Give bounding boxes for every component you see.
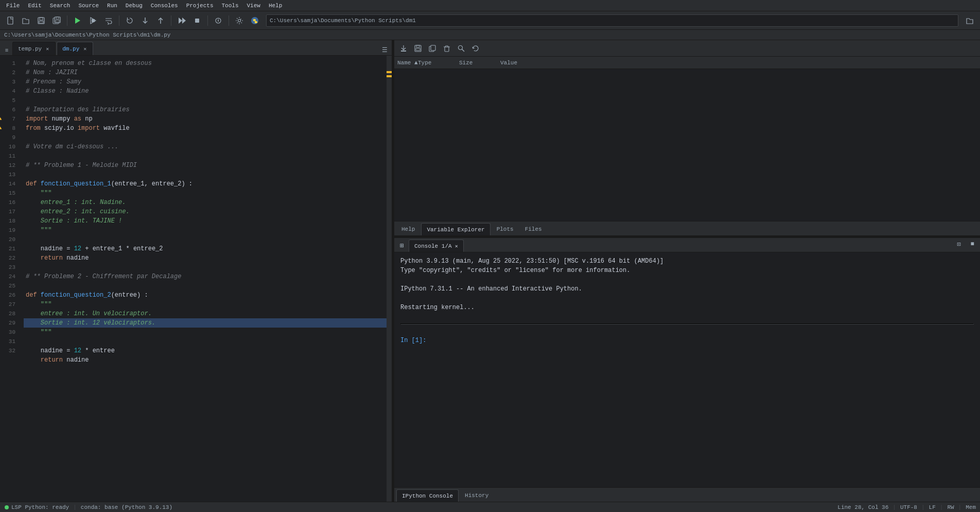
tab-dm-py[interactable]: dm.py ✕ [57, 42, 93, 55]
line-num-10: 10 [0, 142, 20, 151]
menu-view[interactable]: View [243, 2, 265, 10]
console-panel-toggle[interactable]: ⊞ [396, 240, 408, 252]
console-tabs: ⊞ Console 1/A ✕ ⊡ ■ [394, 238, 980, 252]
var-search-button[interactable] [455, 42, 467, 55]
var-tab-plots[interactable]: Plots [492, 223, 519, 235]
console-tab-history[interactable]: History [460, 489, 494, 502]
path-bar[interactable]: C:\Users\samja\Documents\Python Scripts\… [266, 14, 958, 27]
var-col-size-header[interactable]: Size [459, 60, 500, 66]
menu-debug[interactable]: Debug [121, 2, 147, 10]
editor-panel-toggle[interactable]: ≡ [2, 46, 11, 55]
code-line-20 [24, 235, 387, 244]
line-num-18: 18 [0, 216, 20, 226]
svg-line-28 [462, 49, 465, 52]
menu-search[interactable]: Search [46, 2, 75, 10]
code-line-15: """ [24, 189, 387, 198]
svg-rect-25 [431, 45, 435, 50]
tab-close-dm-py[interactable]: ✕ [82, 45, 87, 53]
console-line-prompt: In [1]: [400, 336, 974, 345]
menu-edit[interactable]: Edit [24, 2, 45, 10]
menu-file[interactable]: File [2, 2, 24, 10]
save-button[interactable] [34, 13, 48, 28]
console-line-8 [400, 327, 974, 336]
line-num-4: 4 [0, 87, 20, 96]
var-table-header: Name ▲ Type Size Value [394, 57, 980, 69]
tab-options-button[interactable]: ☰ [379, 45, 390, 55]
menu-consoles[interactable]: Consoles [147, 2, 182, 10]
line-num-32: 32 [0, 346, 20, 355]
console-separator [400, 323, 974, 325]
tab-close-temp-py[interactable]: ✕ [45, 45, 50, 53]
new-file-button[interactable] [3, 13, 18, 28]
code-line-10: # Votre dm ci-dessous ... [24, 142, 387, 151]
console-line-2: Type "copyright", "credits" or "license"… [400, 266, 974, 275]
continue-button[interactable] [174, 13, 189, 28]
run-button[interactable] [71, 13, 85, 28]
code-line-26: def fonction_question_2(entree) : [24, 291, 387, 300]
var-tab-files[interactable]: Files [520, 223, 547, 235]
folder-browse-button[interactable] [962, 13, 977, 28]
menu-projects[interactable]: Projects [182, 2, 218, 10]
tab-label-dm-py: dm.py [62, 46, 79, 52]
save-all-button[interactable] [49, 13, 64, 28]
var-save-button[interactable] [412, 42, 424, 55]
console-tab-label: Console 1/A [414, 243, 452, 249]
wrap-button[interactable] [101, 13, 116, 28]
code-line-5 [24, 96, 387, 105]
line-num-11: 11 [0, 151, 20, 161]
var-delete-button[interactable] [441, 42, 453, 55]
menu-source[interactable]: Source [74, 2, 103, 10]
var-table-body [394, 69, 980, 221]
console-interrupt-button[interactable]: ■ [967, 238, 978, 250]
main-toolbar: C:\Users\samja\Documents\Python Scripts\… [0, 11, 980, 30]
console-output[interactable]: Python 3.9.13 (main, Aug 25 2022, 23:51:… [394, 252, 980, 487]
line-num-29: 29 [0, 318, 20, 328]
svg-marker-13 [179, 18, 182, 24]
menu-tools[interactable]: Tools [217, 2, 242, 10]
var-col-value-header[interactable]: Value [500, 60, 977, 66]
console-tab-ipython[interactable]: IPython Console [396, 489, 459, 502]
svg-point-27 [459, 45, 463, 49]
stop-button[interactable] [190, 13, 204, 28]
var-copy-button[interactable] [426, 42, 439, 55]
inspect-button[interactable] [211, 13, 225, 28]
var-tab-help[interactable]: Help [396, 223, 420, 235]
line-num-24: 24 [0, 272, 20, 281]
var-col-type-header[interactable]: Type [418, 60, 459, 66]
step-into-button[interactable] [138, 13, 152, 28]
line-num-30: 30 [0, 328, 20, 337]
step-out-button[interactable] [153, 13, 168, 28]
code-line-14: def fonction_question_1(entree_1, entree… [24, 179, 387, 189]
var-col-name-header[interactable]: Name ▲ [397, 60, 418, 66]
code-line-23 [24, 263, 387, 272]
editor-scrollbar[interactable] [387, 56, 392, 502]
console-options-button[interactable]: ⊡ [953, 238, 965, 250]
line-num-27: 27 [0, 300, 20, 309]
menu-run[interactable]: Run [103, 2, 121, 10]
filepath-text: C:\Users\samja\Documents\Python Scripts\… [4, 32, 170, 38]
var-download-button[interactable] [397, 42, 410, 55]
line-num-31: 31 [0, 337, 20, 346]
console-bottom-tabs: IPython Console History [394, 487, 980, 502]
code-line-32: nadine = 12 * entree [24, 346, 387, 355]
settings-button[interactable] [232, 13, 247, 28]
console-tab-1[interactable]: Console 1/A ✕ [409, 240, 464, 252]
var-tab-variable-explorer[interactable]: Variable Explorer [421, 223, 490, 235]
menu-help[interactable]: Help [265, 2, 286, 10]
debug-run-button[interactable] [86, 13, 100, 28]
tab-temp-py[interactable]: temp.py ✕ [12, 42, 56, 55]
code-line-31 [24, 337, 387, 346]
line-num-6: 6 [0, 105, 20, 114]
line-num-13: 13 [0, 170, 20, 179]
code-line-29: Sortie : int. 12 vélociraptors. [24, 318, 387, 328]
svg-rect-15 [195, 19, 199, 23]
line-num-9: 9 [0, 133, 20, 142]
open-file-button[interactable] [19, 13, 33, 28]
step-over-button[interactable] [122, 13, 137, 28]
var-refresh-button[interactable] [469, 42, 482, 55]
menu-bar: File Edit Search Source Run Debug Consol… [0, 0, 980, 11]
svg-rect-3 [39, 21, 43, 23]
code-content[interactable]: # Nom, prenom et classe en dessous # Nom… [20, 56, 387, 502]
line-num-16: 16 [0, 198, 20, 207]
console-tab-close[interactable]: ✕ [455, 243, 458, 249]
